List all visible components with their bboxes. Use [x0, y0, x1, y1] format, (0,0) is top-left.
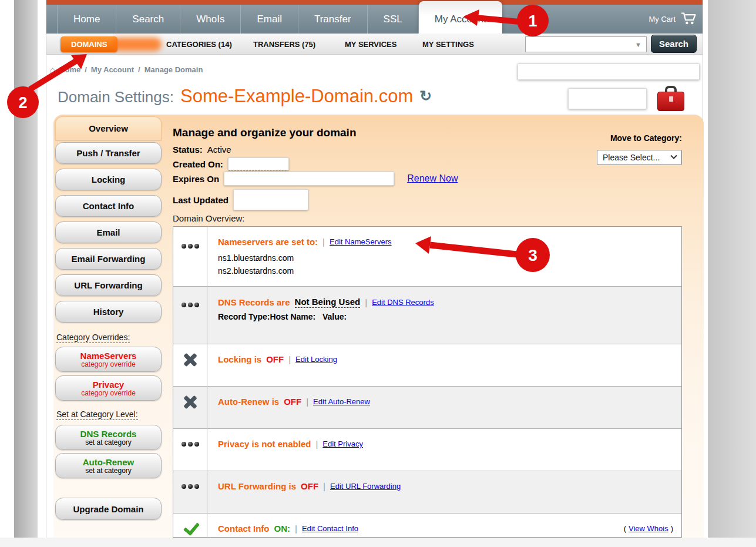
domain-overview-label: Domain Overview: [173, 213, 245, 223]
nameserver-2: ns2.bluestardns.com [218, 265, 673, 278]
tab-label: WhoIs [196, 14, 224, 25]
sidebar-item-label: URL Forwarding [74, 280, 142, 290]
status-off: OFF [301, 481, 318, 491]
search-button[interactable]: Search [651, 35, 697, 53]
sidebar-item-sublabel: category override [81, 360, 136, 368]
cart-icon [681, 12, 697, 26]
tab-search[interactable]: Search [116, 5, 180, 33]
sidebar-item-history[interactable]: History [55, 301, 162, 323]
subnav-item-domains[interactable]: DOMAINS [61, 36, 117, 52]
upgrade-domain-button[interactable]: Upgrade Domain [55, 498, 162, 520]
combobox-dropdown-icon[interactable]: ▼ [635, 41, 641, 48]
subnav-label: MY SERVICES [345, 40, 397, 49]
chevron-down-icon [670, 153, 677, 159]
edit-locking-link[interactable]: Edit Locking [295, 355, 337, 364]
status-value: Active [207, 145, 231, 155]
redacted-value-box [224, 172, 394, 186]
row-title: Locking is [218, 354, 261, 364]
page-title-prefix: Domain Settings: [58, 88, 174, 106]
expires-on-line: Expires On Renew Now [173, 172, 458, 186]
table-row-auto-renew: Auto-Renew is OFF | Edit Auto-Renew [173, 387, 681, 429]
top-navigation-bar: Home Search WhoIs Email Transfer SSL My … [46, 5, 703, 33]
tab-ssl[interactable]: SSL [368, 5, 419, 33]
separator: | [323, 481, 325, 491]
status-off: OFF [266, 354, 284, 364]
breadcrumb: ⌂ Home / My Account / Manage Domain [50, 65, 203, 75]
subnav-item-transfers[interactable]: TRANSFERS (75) [253, 33, 315, 55]
view-whois-link[interactable]: View Whois [629, 524, 668, 533]
row-title: Contact Info [218, 523, 270, 533]
tab-email[interactable]: Email [241, 5, 298, 33]
sidebar-item-auto-renew-category[interactable]: Auto-Renew set at category [55, 453, 162, 478]
sidebar-item-label: Overview [89, 123, 128, 133]
domain-settings-panel: Overview Push / Transfer Locking Contact… [53, 115, 704, 538]
section-heading: Manage and organize your domain [173, 126, 357, 139]
redaction-blob [112, 38, 162, 51]
subnav-item-categories[interactable]: CATEGORIES (14) [166, 33, 232, 55]
tab-label: My Account [435, 14, 486, 25]
edit-contact-info-link[interactable]: Edit Contact Info [302, 524, 358, 533]
tab-whois[interactable]: WhoIs [180, 5, 241, 33]
subnav-item-my-services[interactable]: MY SERVICES [345, 33, 397, 55]
separator: | [322, 237, 325, 247]
nameserver-list: ns1.bluestardns.com ns2.bluestardns.com [218, 252, 673, 277]
desktop-strip-right [708, 0, 756, 538]
redacted-value-box [518, 63, 700, 80]
sidebar-item-overview[interactable]: Overview [55, 116, 162, 140]
row-content: URL Forwarding is OFF | Edit URL Forward… [207, 471, 681, 513]
sidebar-item-push-transfer[interactable]: Push / Transfer [55, 142, 162, 164]
edit-privacy-link[interactable]: Edit Privacy [322, 439, 363, 448]
separator: | [315, 439, 318, 449]
breadcrumb-my-account[interactable]: My Account [91, 65, 134, 74]
toolbox-latch [669, 96, 673, 102]
row-icon-cell [173, 471, 207, 513]
tab-home[interactable]: Home [57, 5, 116, 33]
sidebar-item-label: NameServers [80, 351, 137, 361]
move-to-category-select[interactable]: Please Select... [597, 150, 682, 165]
toolbox-icon[interactable] [657, 86, 684, 112]
page-title-domain: Some-Example-Domain.com [180, 86, 413, 107]
sidebar-item-sublabel: set at category [85, 467, 132, 475]
row-title: Nameservers are set to: [218, 237, 318, 247]
sidebar-item-email[interactable]: Email [55, 222, 162, 243]
table-row-contact-info: Contact Info ON: | Edit Contact Info ( V… [173, 514, 681, 538]
table-row-url-forwarding: URL Forwarding is OFF | Edit URL Forward… [173, 471, 681, 514]
paren: ( [624, 524, 626, 533]
sidebar-item-label: Auto-Renew [83, 457, 135, 467]
edit-auto-renew-link[interactable]: Edit Auto-Renew [313, 397, 370, 406]
edit-dns-records-link[interactable]: Edit DNS Records [372, 298, 434, 307]
last-updated-line: Last Updated [173, 189, 308, 210]
tab-my-account[interactable]: My Account [419, 1, 502, 33]
status-on: ON: [274, 523, 291, 533]
row-title: DNS Records are [218, 297, 290, 307]
sidebar-item-dns-records-category[interactable]: DNS Records set at category [55, 425, 162, 450]
breadcrumb-home[interactable]: Home [59, 65, 80, 74]
row-title-emphasis: Not Being Used [295, 297, 361, 308]
row-content: Auto-Renew is OFF | Edit Auto-Renew [207, 387, 681, 428]
row-icon-cell [173, 344, 207, 386]
row-content: Contact Info ON: | Edit Contact Info ( V… [207, 514, 681, 538]
dots-icon [182, 303, 199, 344]
edit-url-forwarding-link[interactable]: Edit URL Forwarding [330, 482, 401, 491]
my-cart-button[interactable]: My Cart [649, 5, 697, 33]
domain-search-combobox[interactable]: ▼ [525, 36, 647, 52]
tab-label: Email [257, 14, 282, 25]
check-icon [183, 519, 197, 535]
dots-icon [182, 442, 199, 471]
subnav-item-my-settings[interactable]: MY SETTINGS [422, 33, 474, 55]
created-on-line: Created On: [173, 157, 289, 170]
renew-now-link[interactable]: Renew Now [407, 173, 458, 184]
sidebar-item-nameservers-override[interactable]: NameServers category override [55, 347, 162, 372]
sidebar-item-locking[interactable]: Locking [55, 169, 162, 190]
domain-overview-table: Nameservers are set to: | Edit NameServe… [173, 226, 682, 538]
sidebar-item-privacy-override[interactable]: Privacy category override [55, 375, 162, 401]
sidebar-item-url-forwarding[interactable]: URL Forwarding [55, 274, 162, 296]
dots-icon [182, 244, 199, 286]
sidebar-item-contact-info[interactable]: Contact Info [55, 195, 162, 217]
refresh-icon[interactable]: ↻ [419, 88, 432, 105]
row-icon-cell [173, 227, 207, 286]
tab-transfer[interactable]: Transfer [298, 5, 368, 33]
subnav-label: CATEGORIES (14) [166, 40, 232, 49]
sidebar-item-email-forwarding[interactable]: Email Forwarding [55, 248, 162, 270]
edit-nameservers-link[interactable]: Edit NameServers [330, 237, 391, 246]
